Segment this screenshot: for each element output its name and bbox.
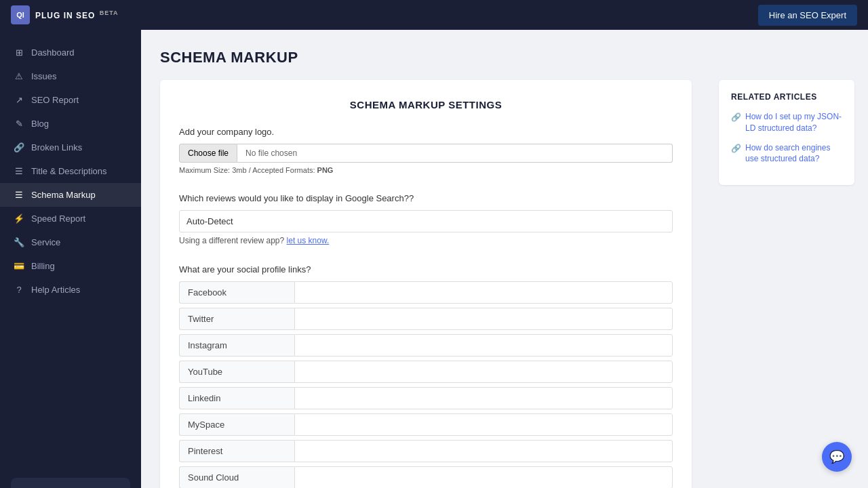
file-name-display: No file chosen	[237, 144, 673, 163]
social-input-facebook[interactable]	[294, 281, 673, 304]
social-input-youtube[interactable]	[294, 361, 673, 383]
sidebar-item-issues[interactable]: ⚠ Issues	[0, 64, 141, 88]
sidebar-item-label: SEO Report	[31, 95, 79, 105]
sidebar-item-label: Schema Markup	[31, 190, 96, 200]
sidebar-item-label: Billing	[31, 261, 55, 271]
sidebar-bottom: Need Assistance? Hire an Expert Discover…	[0, 467, 141, 488]
sidebar-item-label: Service	[31, 237, 60, 247]
social-row: Pinterest	[179, 440, 673, 462]
sidebar-item-seo-report[interactable]: ↗ SEO Report	[0, 88, 141, 112]
social-name-twitter: Twitter	[179, 308, 294, 330]
service-icon: 🔧	[14, 237, 24, 247]
app-layout: ⊞ Dashboard ⚠ Issues ↗ SEO Report ✎ Blog…	[0, 30, 868, 488]
social-name-pinterest: Pinterest	[179, 440, 294, 462]
social-input-sound-cloud[interactable]	[294, 466, 673, 488]
reviews-label: Which reviews would you like to display …	[179, 193, 673, 203]
top-header: QI PLUG IN SEO BETA Hire an SEO Expert	[0, 0, 868, 30]
header-logo: QI PLUG IN SEO BETA	[11, 5, 119, 24]
reviews-section: Which reviews would you like to display …	[179, 193, 673, 248]
content-row: SCHEMA MARKUP SETTINGS Add your company …	[160, 80, 854, 488]
logo-beta: BETA	[100, 9, 119, 16]
social-row: YouTube	[179, 361, 673, 383]
social-name-myspace: MySpace	[179, 413, 294, 436]
social-row: MySpace	[179, 413, 673, 436]
social-row: Sound Cloud	[179, 466, 673, 488]
social-name-youtube: YouTube	[179, 361, 294, 383]
blog-icon: ✎	[14, 119, 24, 129]
social-row: Facebook	[179, 281, 673, 304]
related-articles-title: RELATED ARTICLES	[731, 92, 842, 102]
card-title: SCHEMA MARKUP SETTINGS	[179, 99, 673, 110]
related-article-2[interactable]: 🔗How do search engines use structured da…	[731, 142, 842, 165]
sidebar-item-help-articles[interactable]: ? Help Articles	[0, 278, 141, 302]
social-input-pinterest[interactable]	[294, 440, 673, 462]
issues-icon: ⚠	[14, 71, 24, 81]
sidebar-item-broken-links[interactable]: 🔗 Broken Links	[0, 136, 141, 159]
sidebar-nav: ⊞ Dashboard ⚠ Issues ↗ SEO Report ✎ Blog…	[0, 41, 141, 467]
schema-markup-card: SCHEMA MARKUP SETTINGS Add your company …	[160, 80, 692, 488]
social-input-myspace[interactable]	[294, 413, 673, 436]
sidebar: ⊞ Dashboard ⚠ Issues ↗ SEO Report ✎ Blog…	[0, 30, 141, 488]
sidebar-item-label: Help Articles	[31, 285, 80, 295]
social-input-twitter[interactable]	[294, 308, 673, 330]
review-hint: Using a different review app? let us kno…	[179, 236, 673, 245]
related-articles-container: 🔗How do I set up my JSON-LD structured d…	[731, 111, 842, 165]
social-row: Linkedin	[179, 387, 673, 409]
logo-label: Add your company logo.	[179, 127, 673, 137]
sidebar-item-label: Speed Report	[31, 214, 85, 224]
social-name-linkedin: Linkedin	[179, 387, 294, 409]
title-descriptions-icon: ☰	[14, 166, 24, 176]
social-links-label: What are your social profile links?	[179, 264, 673, 274]
choose-file-button[interactable]: Choose file	[179, 144, 237, 163]
social-section: What are your social profile links? Face…	[179, 264, 673, 488]
chat-icon: 💬	[829, 449, 844, 464]
sidebar-item-label: Dashboard	[31, 47, 75, 58]
assistance-card: Need Assistance? Hire an Expert	[11, 478, 130, 488]
social-fields-container: Facebook Twitter Instagram YouTube Linke…	[179, 281, 673, 488]
sidebar-item-speed-report[interactable]: ⚡ Speed Report	[0, 207, 141, 230]
schema-markup-icon: ☰	[14, 190, 24, 200]
social-name-instagram: Instagram	[179, 334, 294, 357]
social-row: Twitter	[179, 308, 673, 330]
broken-links-icon: 🔗	[14, 142, 24, 152]
sidebar-item-label: Blog	[31, 119, 49, 129]
reviews-select[interactable]: Auto-Detect	[179, 210, 673, 232]
external-link-icon: 🔗	[731, 112, 741, 123]
social-input-instagram[interactable]	[294, 334, 673, 357]
dashboard-icon: ⊞	[14, 47, 24, 58]
sidebar-item-title-descriptions[interactable]: ☰ Title & Descriptions	[0, 159, 141, 183]
logo-icon: QI	[11, 5, 30, 24]
sidebar-item-blog[interactable]: ✎ Blog	[0, 112, 141, 136]
file-row: Choose file No file chosen	[179, 144, 673, 163]
chat-fab-button[interactable]: 💬	[822, 442, 852, 472]
social-name-sound-cloud: Sound Cloud	[179, 466, 294, 488]
sidebar-item-label: Issues	[31, 71, 57, 81]
logo-section: Add your company logo. Choose file No fi…	[179, 127, 673, 177]
sidebar-item-label: Title & Descriptions	[31, 166, 107, 176]
external-link-icon: 🔗	[731, 143, 741, 155]
social-input-linkedin[interactable]	[294, 387, 673, 409]
related-articles-card: RELATED ARTICLES 🔗How do I set up my JSO…	[719, 80, 854, 185]
help-icon: ?	[14, 285, 24, 295]
file-hint: Maximum Size: 3mb / Accepted Formats: PN…	[179, 166, 673, 174]
sidebar-item-billing[interactable]: 💳 Billing	[0, 254, 141, 278]
let-us-know-link[interactable]: let us know.	[287, 236, 330, 245]
right-panel: RELATED ARTICLES 🔗How do I set up my JSO…	[705, 80, 854, 185]
page-title: SCHEMA MARKUP	[160, 49, 854, 66]
main-area: SCHEMA MARKUP SCHEMA MARKUP SETTINGS Add…	[141, 30, 868, 488]
hire-expert-header-button[interactable]: Hire an SEO Expert	[758, 5, 857, 26]
sidebar-item-schema-markup[interactable]: ☰ Schema Markup	[0, 183, 141, 207]
billing-icon: 💳	[14, 261, 24, 271]
sidebar-item-dashboard[interactable]: ⊞ Dashboard	[0, 41, 141, 64]
seo-report-icon: ↗	[14, 95, 24, 105]
speed-report-icon: ⚡	[14, 214, 24, 224]
social-name-facebook: Facebook	[179, 281, 294, 304]
sidebar-item-label: Broken Links	[31, 142, 82, 152]
related-article-1[interactable]: 🔗How do I set up my JSON-LD structured d…	[731, 111, 842, 134]
logo-text: PLUG IN SEO BETA	[35, 9, 119, 20]
social-row: Instagram	[179, 334, 673, 357]
sidebar-item-service[interactable]: 🔧 Service	[0, 230, 141, 254]
